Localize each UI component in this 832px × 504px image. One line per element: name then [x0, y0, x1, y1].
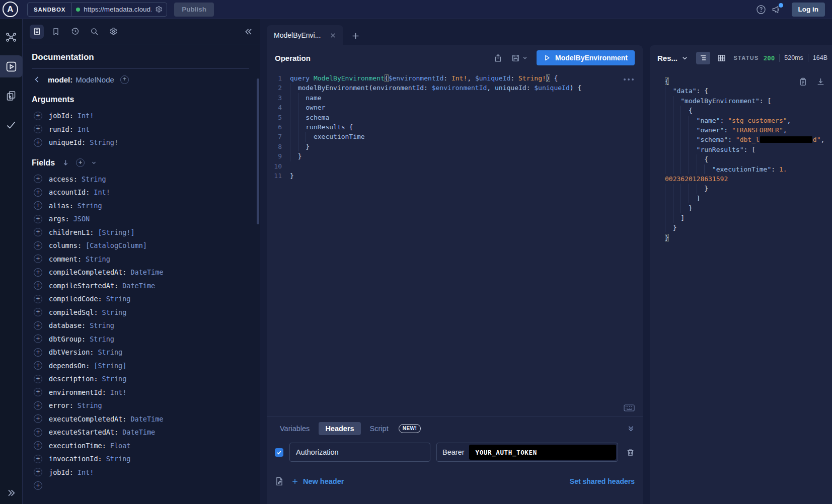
sandbox-chip[interactable]: SANDBOX — [28, 3, 72, 16]
field-item[interactable]: invocationId:String — [32, 452, 249, 466]
nav-changelog[interactable] — [0, 85, 23, 107]
breadcrumb-type-link[interactable]: ModelNode — [75, 75, 114, 84]
add-to-query-plus-icon[interactable] — [34, 112, 42, 120]
expand-rail-button[interactable] — [6, 488, 16, 498]
add-to-query-plus-icon[interactable] — [34, 401, 42, 410]
field-item[interactable]: comment:String — [32, 253, 249, 266]
field-item[interactable]: alias:String — [32, 199, 249, 213]
nav-checks[interactable] — [0, 114, 23, 136]
field-item[interactable]: executeStartedAt:DateTime — [32, 426, 249, 439]
add-field-plus-icon[interactable] — [120, 75, 129, 84]
tree-view-button[interactable] — [696, 52, 710, 64]
add-to-query-plus-icon[interactable] — [34, 468, 42, 476]
endpoint-settings-gear-icon[interactable] — [155, 6, 163, 13]
collapse-dock-icon[interactable] — [627, 425, 635, 432]
add-to-query-plus-icon[interactable] — [34, 321, 42, 330]
field-item[interactable]: compiledSql:String — [32, 306, 249, 319]
response-dropdown-chevron-icon[interactable] — [682, 55, 688, 61]
table-view-button[interactable] — [714, 52, 728, 64]
add-to-query-plus-icon[interactable] — [34, 295, 42, 303]
settings-gear-icon[interactable] — [106, 25, 120, 39]
announcements-megaphone-icon[interactable] — [771, 5, 782, 15]
copy-response-icon[interactable] — [799, 77, 807, 86]
field-item[interactable]: access:String — [32, 173, 249, 186]
add-to-query-plus-icon[interactable] — [34, 414, 42, 423]
field-item[interactable]: dbtGroup:String — [32, 332, 249, 346]
new-header-button[interactable]: New header — [291, 477, 344, 485]
field-item[interactable]: error:String — [32, 399, 249, 412]
download-response-icon[interactable] — [816, 77, 825, 86]
history-icon[interactable] — [68, 25, 82, 39]
tab-headers[interactable]: Headers — [319, 422, 360, 435]
header-value-input[interactable]: Bearer YOUR_AUTH_TOKEN — [436, 443, 618, 462]
docs-tab-button[interactable] — [30, 25, 44, 39]
argument-item[interactable]: jobId:Int! — [32, 109, 249, 123]
add-to-query-plus-icon[interactable] — [34, 428, 42, 437]
add-to-query-plus-icon[interactable] — [34, 441, 42, 450]
add-to-query-plus-icon[interactable] — [34, 361, 42, 370]
new-tab-button[interactable] — [351, 32, 360, 40]
share-operation-icon[interactable] — [494, 54, 502, 62]
add-to-query-plus-icon[interactable] — [34, 201, 42, 210]
help-icon[interactable] — [756, 5, 766, 15]
header-key-input[interactable]: Authorization — [289, 443, 430, 462]
field-item[interactable]: columns:[CatalogColumn] — [32, 239, 249, 253]
argument-item[interactable]: uniqueId:String! — [32, 136, 249, 149]
field-item[interactable]: database:String — [32, 319, 249, 332]
argument-item[interactable]: runId:Int — [32, 123, 249, 136]
run-operation-button[interactable]: ModelByEnvironment — [537, 50, 635, 65]
auth-token-value[interactable]: YOUR_AUTH_TOKEN — [469, 445, 616, 460]
nav-explorer[interactable] — [0, 55, 23, 77]
environment-variables-icon[interactable] — [275, 477, 284, 486]
field-item[interactable]: environmentId:Int! — [32, 386, 249, 399]
add-to-query-plus-icon[interactable] — [34, 334, 42, 343]
collapse-doc-panel-button[interactable] — [244, 27, 253, 36]
nav-schema[interactable] — [0, 26, 23, 48]
sort-fields-icon[interactable] — [62, 159, 69, 166]
set-shared-headers-link[interactable]: Set shared headers — [570, 477, 635, 485]
close-tab-icon[interactable] — [330, 32, 336, 39]
saved-operations-bookmark-icon[interactable] — [49, 25, 63, 39]
field-item[interactable]: jobId:Int! — [32, 466, 249, 479]
keyboard-shortcuts-icon[interactable] — [624, 404, 635, 412]
add-to-query-plus-icon[interactable] — [34, 281, 42, 290]
apollo-logo[interactable]: A — [3, 2, 18, 17]
add-all-fields-plus-icon[interactable] — [76, 158, 85, 167]
field-item[interactable]: description:String — [32, 372, 249, 386]
tab-variables[interactable]: Variables — [275, 422, 315, 435]
tab-script[interactable]: Script — [365, 422, 394, 435]
login-button[interactable]: Log in — [792, 3, 825, 17]
add-to-query-plus-icon[interactable] — [34, 308, 42, 316]
field-item[interactable]: compileCompletedAt:DateTime — [32, 266, 249, 279]
endpoint-url-field[interactable]: https://metadata.cloud.get — [72, 3, 167, 16]
field-item[interactable]: dependsOn:[String] — [32, 359, 249, 373]
add-to-query-plus-icon[interactable] — [34, 348, 42, 357]
search-icon[interactable] — [87, 25, 101, 39]
add-to-query-plus-icon[interactable] — [34, 268, 42, 277]
field-item[interactable]: accountId:Int! — [32, 186, 249, 199]
field-item[interactable]: executeCompletedAt:DateTime — [32, 412, 249, 426]
add-to-query-plus-icon[interactable] — [34, 228, 42, 236]
field-item[interactable]: executionTime:Float — [32, 439, 249, 453]
add-to-query-plus-icon[interactable] — [34, 255, 42, 263]
add-to-query-plus-icon[interactable] — [34, 188, 42, 197]
operation-tab[interactable]: ModelByEnvi... — [267, 25, 343, 45]
field-item[interactable]: compileStartedAt:DateTime — [32, 279, 249, 293]
editor-more-options-icon[interactable] — [624, 78, 634, 80]
field-item[interactable]: dbtVersion:String — [32, 346, 249, 359]
back-arrow-icon[interactable] — [33, 75, 42, 84]
field-item[interactable]: args:JSON — [32, 212, 249, 226]
doc-panel-scrollbar[interactable] — [257, 78, 259, 224]
add-to-query-plus-icon[interactable] — [34, 455, 42, 463]
add-to-query-plus-icon[interactable] — [34, 375, 42, 383]
add-to-query-plus-icon[interactable] — [34, 215, 42, 223]
add-to-query-plus-icon[interactable] — [34, 241, 42, 250]
delete-header-trash-icon[interactable] — [626, 448, 635, 457]
fields-options-chevron-icon[interactable] — [91, 160, 97, 165]
publish-button[interactable]: Publish — [174, 3, 214, 17]
field-item[interactable]: childrenL1:[String!] — [32, 226, 249, 239]
operation-editor[interactable]: 1query ModelByEnvironment($environmentId… — [267, 70, 643, 416]
add-to-query-plus-icon[interactable] — [34, 175, 42, 183]
add-to-query-plus-icon[interactable] — [34, 125, 42, 133]
add-to-query-plus-icon[interactable] — [34, 388, 42, 396]
